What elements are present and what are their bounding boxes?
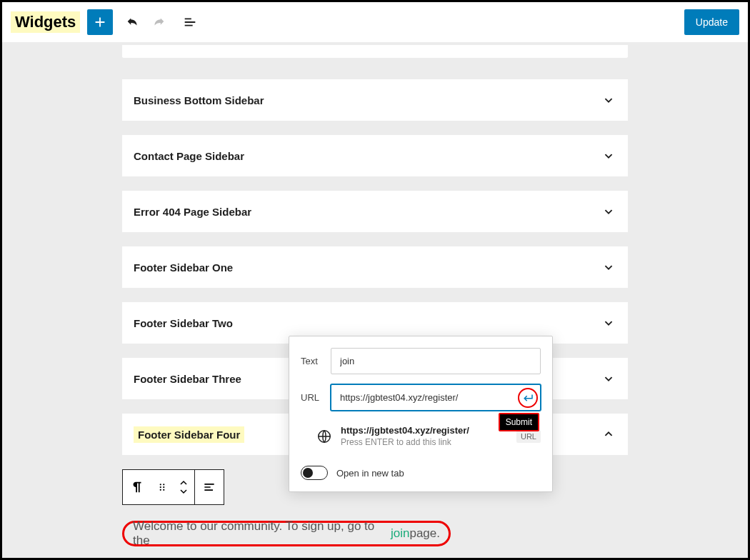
svg-point-1	[163, 484, 164, 485]
redo-icon	[151, 14, 166, 30]
paragraph-link[interactable]: join	[391, 526, 409, 541]
list-view-icon	[182, 14, 198, 30]
paragraph-icon	[129, 479, 145, 495]
align-left-icon	[202, 480, 216, 494]
chevron-down-icon	[601, 371, 616, 386]
svg-point-5	[163, 489, 164, 491]
link-text-input[interactable]	[331, 348, 541, 374]
move-controls[interactable]	[173, 470, 194, 504]
drag-handle[interactable]	[151, 470, 173, 504]
add-block-button[interactable]	[87, 9, 113, 35]
link-url-input[interactable]	[331, 384, 541, 411]
list-view-button[interactable]	[177, 9, 203, 35]
chevron-down-icon	[601, 92, 616, 108]
widget-area-contact-page[interactable]: Contact Page Sidebar	[122, 135, 628, 176]
open-new-tab-toggle[interactable]	[301, 466, 328, 480]
chevron-down-icon	[179, 489, 188, 494]
undo-icon	[125, 14, 141, 30]
area-label: Business Bottom Sidebar	[134, 94, 601, 106]
svg-point-2	[160, 486, 161, 488]
paragraph-text-after: page.	[409, 526, 440, 541]
suggestion-hint: Press ENTER to add this link	[341, 437, 508, 447]
suggestion-title: https://jgbtest04.xyz/register/	[341, 425, 508, 436]
redo-button	[146, 9, 171, 35]
paragraph-text-before: Welcome to our community. To sign up, go…	[133, 519, 391, 548]
chevron-down-icon	[601, 259, 616, 275]
open-new-tab-label: Open in new tab	[336, 468, 404, 479]
page-title: Widgets	[11, 11, 80, 33]
plus-icon	[92, 14, 108, 30]
widget-area-footer-one[interactable]: Footer Sidebar One	[122, 246, 628, 288]
area-label: Footer Sidebar Four	[134, 426, 244, 443]
chevron-up-icon	[601, 426, 616, 442]
globe-icon	[316, 429, 332, 444]
chevron-down-icon	[601, 315, 616, 331]
block-toolbar	[122, 469, 224, 505]
svg-point-4	[160, 489, 161, 491]
area-label: Footer Sidebar One	[134, 261, 601, 274]
block-type-button[interactable]	[123, 470, 151, 504]
undo-button[interactable]	[120, 9, 146, 35]
submit-tooltip: Submit	[499, 413, 539, 431]
area-label: Error 404 Page Sidebar	[134, 206, 601, 218]
area-label: Footer Sidebar Two	[134, 317, 601, 329]
align-button[interactable]	[195, 470, 224, 504]
paragraph-block[interactable]: Welcome to our community. To sign up, go…	[122, 521, 451, 546]
suggestion-type-badge: URL	[516, 430, 541, 443]
link-text-label: Text	[301, 356, 331, 366]
chevron-up-icon	[179, 480, 188, 486]
widget-area-error-404[interactable]: Error 404 Page Sidebar	[122, 191, 628, 232]
update-button[interactable]: Update	[684, 9, 739, 35]
link-popover: Text URL Submit https://jgbtest04.xyz/re…	[289, 336, 553, 492]
svg-point-0	[160, 484, 161, 485]
chevron-down-icon	[601, 204, 616, 219]
area-label: Contact Page Sidebar	[134, 150, 601, 162]
drag-icon	[156, 481, 169, 494]
svg-point-3	[163, 486, 164, 488]
link-url-label: URL	[301, 392, 331, 403]
submit-link-button[interactable]	[518, 388, 538, 408]
widget-area-business-bottom[interactable]: Business Bottom Sidebar	[122, 79, 628, 121]
top-toolbar: Widgets Update	[2, 2, 748, 42]
chevron-down-icon	[601, 148, 616, 164]
widget-area-partial	[122, 45, 628, 58]
enter-icon	[521, 391, 534, 404]
